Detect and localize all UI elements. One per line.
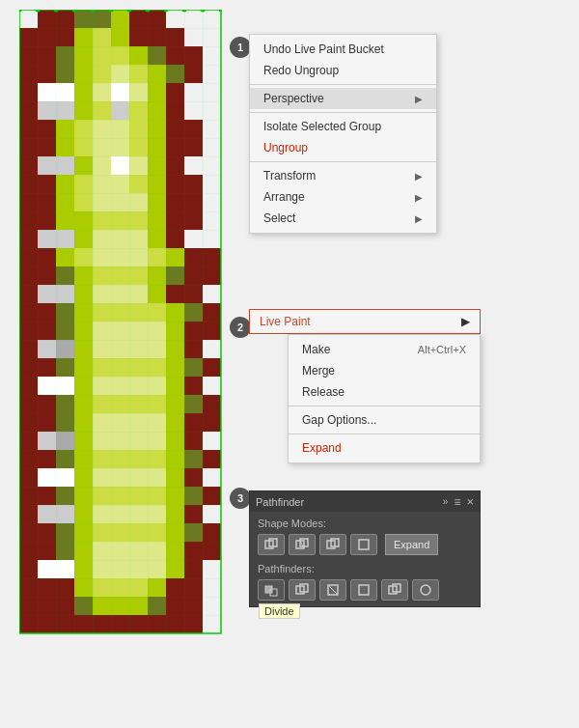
menu-item-undo[interactable]: Undo Live Paint Bucket	[250, 39, 436, 60]
menu-icon[interactable]: ≡	[454, 495, 460, 509]
pathfinder-panel: Pathfinder » ≡ × Shape Modes: Expand	[249, 490, 481, 607]
shape-modes-buttons: Expand	[258, 534, 472, 555]
panel-title: Pathfinder	[256, 496, 304, 508]
menu-item-ungroup[interactable]: Ungroup	[250, 137, 436, 158]
context-menu-1: Undo Live Paint Bucket Redo Ungroup Pers…	[249, 34, 437, 234]
pixel-art-canvas	[19, 10, 232, 714]
pathfinders-label: Pathfinders:	[258, 563, 472, 574]
shape-mode-btn-1[interactable]	[258, 534, 285, 555]
menu-item-select[interactable]: Select ▶	[250, 208, 436, 229]
svg-line-13	[328, 585, 338, 595]
step-badge-1: 1	[230, 37, 251, 58]
arrow-icon: ▶	[415, 192, 423, 203]
arrow-icon: ▶	[415, 213, 423, 224]
double-arrow-icon: »	[443, 496, 449, 507]
panel-body: Shape Modes: Expand Pathfinders: Divide	[250, 512, 480, 606]
shape-modes-label: Shape Modes:	[258, 518, 472, 529]
divide-tooltip: Divide	[259, 603, 300, 619]
menu-item-gap-options[interactable]: Gap Options...	[289, 409, 480, 431]
shape-mode-btn-3[interactable]	[319, 534, 346, 555]
menu-item-merge[interactable]: Merge	[289, 360, 480, 381]
pathfinder-btn-6[interactable]	[412, 579, 439, 601]
pathfinder-btn-2[interactable]	[289, 579, 316, 601]
panel-titlebar: Pathfinder » ≡ ×	[250, 491, 480, 512]
expand-button[interactable]: Expand	[385, 534, 438, 555]
pathfinders-buttons: Divide	[258, 579, 472, 601]
pathfinder-btn-1[interactable]: Divide	[258, 579, 285, 601]
separator-2	[250, 112, 436, 113]
separator-3	[250, 161, 436, 162]
panel-titlebar-icons: » ≡ ×	[443, 494, 474, 509]
menu-item-perspective[interactable]: Perspective ▶	[250, 88, 436, 109]
pathfinder-btn-5[interactable]	[381, 579, 408, 601]
menu-item-isolate[interactable]: Isolate Selected Group	[250, 116, 436, 137]
shape-mode-btn-2[interactable]	[289, 534, 316, 555]
live-paint-arrow: ▶	[461, 315, 470, 328]
arrow-icon: ▶	[415, 171, 423, 182]
svg-point-17	[421, 585, 430, 595]
menu-item-make[interactable]: Make Alt+Ctrl+X	[289, 339, 480, 360]
menu-item-transform[interactable]: Transform ▶	[250, 165, 436, 186]
pathfinder-btn-4[interactable]	[350, 579, 377, 601]
arrow-icon: ▶	[415, 94, 423, 104]
separator-s2	[289, 434, 480, 434]
svg-rect-7	[359, 540, 369, 549]
menu-item-redo[interactable]: Redo Ungroup	[250, 60, 436, 81]
context-menu-2-wrapper: Live Paint ▶ Make Alt+Ctrl+X Merge Relea…	[249, 309, 481, 463]
close-icon[interactable]: ×	[466, 494, 474, 509]
step-badge-3: 3	[230, 488, 251, 509]
separator-1	[250, 84, 436, 85]
pathfinder-btn-3[interactable]	[319, 579, 346, 601]
step-badge-2: 2	[230, 317, 251, 338]
live-paint-bar[interactable]: Live Paint ▶	[249, 309, 481, 334]
shape-mode-btn-4[interactable]	[350, 534, 377, 555]
live-paint-submenu: Make Alt+Ctrl+X Merge Release Gap Option…	[288, 334, 481, 463]
separator-s1	[289, 406, 480, 406]
menu-item-release[interactable]: Release	[289, 381, 480, 403]
pixel-art-svg	[19, 10, 222, 719]
svg-rect-299	[19, 10, 221, 633]
menu-item-arrange[interactable]: Arrange ▶	[250, 186, 436, 208]
menu-item-expand[interactable]: Expand	[289, 437, 480, 459]
svg-rect-14	[359, 585, 369, 595]
